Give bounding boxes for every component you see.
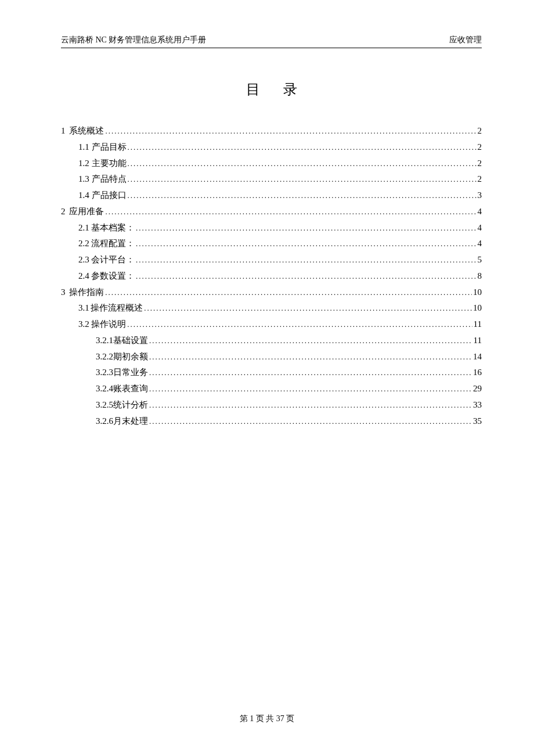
toc-entry-number: 1.4 — [78, 188, 92, 204]
toc-entry-page: 35 — [473, 413, 482, 430]
toc-entry[interactable]: 2.3会计平台：5 — [78, 252, 482, 268]
toc-entry-page: 2 — [478, 171, 482, 188]
toc-entry-page: 2 — [478, 139, 482, 156]
toc-entry-number: 2.2 — [78, 236, 91, 252]
toc-entry-number: 3.2.5 — [96, 397, 113, 413]
toc-entry-number: 3.2.3 — [96, 365, 113, 381]
toc-entry[interactable]: 2.2流程配置：4 — [78, 236, 482, 252]
toc-entry[interactable]: 3.2.5统计分析33 — [96, 397, 482, 413]
toc-leader-dots — [136, 252, 477, 268]
toc-entry-label: 月末处理 — [113, 413, 148, 430]
header-right: 应收管理 — [449, 35, 482, 45]
toc-leader-dots — [127, 316, 472, 333]
toc-entry[interactable]: 3.2.1基础设置11 — [96, 333, 482, 349]
toc-entry-label: 日常业务 — [113, 365, 148, 381]
toc-entry-label: 产品特点 — [92, 171, 127, 188]
toc-entry-page: 16 — [473, 365, 482, 381]
toc-entry[interactable]: 1.2主要功能2 — [78, 156, 482, 172]
toc-leader-dots — [128, 188, 477, 204]
toc-entry-page: 11 — [474, 316, 482, 333]
toc-entry[interactable]: 3.2.3日常业务16 — [96, 365, 482, 381]
toc-entry-number: 1 — [61, 123, 69, 139]
toc-entry-number: 3.2.1 — [96, 333, 113, 349]
toc-leader-dots — [105, 123, 476, 139]
toc-entry-number: 1.3 — [78, 171, 92, 188]
toc-entry-page: 10 — [473, 300, 482, 316]
toc-entry-page: 4 — [478, 204, 482, 220]
toc-entry-page: 2 — [478, 123, 482, 139]
toc-leader-dots — [149, 397, 472, 413]
toc-leader-dots — [105, 285, 472, 301]
toc-leader-dots — [136, 268, 477, 285]
toc-leader-dots — [149, 381, 472, 397]
header-left: 云南路桥 NC 财务管理信息系统用户手册 — [61, 35, 206, 45]
toc-entry[interactable]: 2应用准备4 — [61, 204, 482, 220]
toc-entry-label: 流程配置： — [91, 236, 135, 252]
toc-leader-dots — [128, 171, 477, 188]
toc-entry-label: 账表查询 — [113, 381, 148, 397]
toc-entry-label: 操作说明 — [91, 316, 126, 333]
toc-entry[interactable]: 3.2.4账表查询29 — [96, 381, 482, 397]
toc-entry[interactable]: 1系统概述2 — [61, 123, 482, 139]
toc-entry-page: 4 — [478, 220, 482, 236]
page-header: 云南路桥 NC 财务管理信息系统用户手册 应收管理 — [61, 35, 482, 48]
toc-leader-dots — [128, 139, 477, 156]
document-page: 云南路桥 NC 财务管理信息系统用户手册 应收管理 目录 1系统概述21.1产品… — [0, 0, 534, 756]
table-of-contents: 1系统概述21.1产品目标21.2主要功能21.3产品特点21.4产品接口32应… — [61, 123, 482, 429]
toc-entry-number: 3.1 — [78, 300, 91, 316]
toc-leader-dots — [149, 365, 472, 381]
toc-entry-label: 操作指南 — [69, 285, 104, 301]
toc-leader-dots — [149, 349, 472, 365]
toc-title: 目录 — [61, 80, 482, 99]
toc-entry-label: 参数设置： — [91, 268, 135, 285]
toc-entry-number: 3 — [61, 285, 69, 301]
toc-entry-label: 会计平台： — [91, 252, 135, 268]
toc-entry[interactable]: 3.2.6月末处理35 — [96, 413, 482, 430]
toc-entry-page: 11 — [474, 333, 482, 349]
toc-entry-number: 3.2.6 — [96, 413, 113, 430]
toc-entry-page: 2 — [478, 156, 482, 172]
toc-entry[interactable]: 3操作指南10 — [61, 285, 482, 301]
toc-entry-number: 2.3 — [78, 252, 91, 268]
toc-entry-number: 2 — [61, 204, 69, 220]
toc-entry-number: 3.2.4 — [96, 381, 113, 397]
toc-entry-page: 10 — [473, 285, 482, 301]
toc-leader-dots — [149, 333, 472, 349]
toc-entry[interactable]: 2.1基本档案：4 — [78, 220, 482, 236]
toc-entry-number: 2.4 — [78, 268, 91, 285]
toc-entry[interactable]: 3.2.2期初余额14 — [96, 349, 482, 365]
toc-entry[interactable]: 3.2操作说明11 — [78, 316, 482, 333]
toc-entry-number: 1.1 — [78, 139, 92, 156]
toc-entry-page: 29 — [473, 381, 482, 397]
toc-entry-label: 期初余额 — [113, 349, 148, 365]
toc-entry-page: 5 — [478, 252, 482, 268]
toc-entry-number: 2.1 — [78, 220, 91, 236]
toc-leader-dots — [136, 236, 477, 252]
toc-entry[interactable]: 2.4参数设置：8 — [78, 268, 482, 285]
toc-entry[interactable]: 1.4产品接口3 — [78, 188, 482, 204]
toc-entry-label: 操作流程概述 — [91, 300, 143, 316]
toc-entry[interactable]: 1.1产品目标2 — [78, 139, 482, 156]
toc-leader-dots — [144, 300, 472, 316]
toc-entry-label: 基本档案： — [91, 220, 135, 236]
toc-entry-label: 主要功能 — [92, 156, 127, 172]
toc-leader-dots — [136, 220, 477, 236]
toc-entry-label: 系统概述 — [69, 123, 104, 139]
toc-leader-dots — [149, 413, 472, 430]
toc-entry-label: 统计分析 — [113, 397, 148, 413]
toc-entry-number: 3.2 — [78, 316, 91, 333]
toc-entry-label: 应用准备 — [69, 204, 104, 220]
toc-entry-page: 8 — [478, 268, 482, 285]
toc-entry-label: 基础设置 — [113, 333, 148, 349]
toc-entry-label: 产品接口 — [92, 188, 127, 204]
toc-entry-number: 1.2 — [78, 156, 92, 172]
toc-entry-page: 14 — [473, 349, 482, 365]
toc-entry-page: 3 — [478, 188, 482, 204]
toc-entry-page: 33 — [473, 397, 482, 413]
toc-leader-dots — [105, 204, 476, 220]
page-footer: 第 1 页 共 37 页 — [0, 714, 534, 724]
toc-entry[interactable]: 3.1操作流程概述10 — [78, 300, 482, 316]
toc-entry-label: 产品目标 — [92, 139, 127, 156]
toc-entry[interactable]: 1.3产品特点2 — [78, 171, 482, 188]
toc-entry-number: 3.2.2 — [96, 349, 113, 365]
